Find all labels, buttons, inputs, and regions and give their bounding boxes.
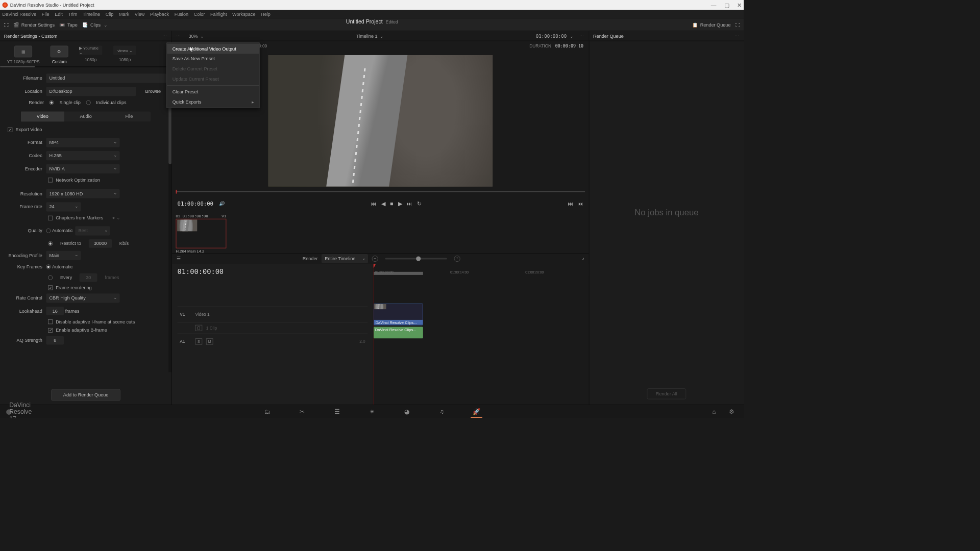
source-timecode[interactable]: 01:00:00:00	[536, 33, 567, 39]
lookahead-input[interactable]	[46, 307, 64, 315]
tape-tab[interactable]: 📼Tape	[59, 22, 78, 28]
page-color[interactable]: ◕	[401, 406, 413, 418]
audio-track-header[interactable]: A1SM 2.0	[178, 333, 368, 349]
kf-every-radio[interactable]	[48, 276, 53, 280]
timeline-name[interactable]: Timeline 1	[356, 33, 383, 39]
page-deliver[interactable]: 🚀	[471, 406, 482, 418]
menu-item[interactable]: Timeline	[83, 12, 100, 17]
location-input[interactable]	[46, 87, 136, 96]
video-track-header[interactable]: V1Video 1	[178, 306, 368, 322]
render-settings-tab[interactable]: 🎬Render Settings	[13, 22, 55, 28]
menu-item[interactable]: Playback	[150, 12, 169, 17]
video-track-sub[interactable]: ▢1 Clip	[178, 322, 368, 333]
zoom-out-button[interactable]: −	[372, 256, 378, 262]
menu-item[interactable]: Clip	[106, 12, 114, 17]
go-start-button[interactable]: ⏮	[371, 201, 377, 207]
video-clip[interactable]: DaVinci Resolve Clips...	[374, 304, 423, 325]
ctx-quick-exports[interactable]: Quick Exports▸	[167, 97, 259, 107]
individual-clips-radio[interactable]	[86, 101, 91, 105]
play-button[interactable]: ▶	[398, 201, 402, 207]
menu-item[interactable]: Mark	[119, 12, 129, 17]
timeline-view-icon[interactable]: ☰	[177, 256, 181, 262]
prev-clip-button[interactable]: ⏮	[578, 201, 583, 207]
network-opt-check[interactable]	[48, 178, 53, 182]
render-all-button[interactable]: Render All	[647, 388, 686, 399]
transport-timecode[interactable]: 01:00:00:00	[178, 201, 213, 207]
timeline-ruler[interactable]: 01:00:00:00 01:00:14:00 01:00:28:00 01:0…	[374, 264, 589, 276]
stop-button[interactable]: ■	[390, 201, 393, 207]
audio-waveform-icon[interactable]: ♪	[582, 256, 584, 262]
loop-button[interactable]: ↻	[417, 201, 422, 207]
render-queue-tab[interactable]: 📋Render Queue	[692, 22, 731, 28]
render-range-select[interactable]	[322, 254, 368, 263]
viewer-zoom[interactable]: 30%	[188, 33, 204, 39]
menu-item[interactable]: Help	[261, 12, 271, 17]
chapters-check[interactable]	[48, 216, 53, 220]
export-video-check[interactable]	[8, 128, 12, 132]
page-cut[interactable]: ✂	[297, 406, 308, 418]
viewer-options2-button[interactable]: ⋯	[579, 33, 585, 39]
kf-auto-radio[interactable]	[46, 264, 51, 269]
menu-item[interactable]: Fairlight	[210, 12, 227, 17]
preset-yt1080p60[interactable]: ▦YT 1080p 60FPS	[7, 46, 40, 64]
filename-input[interactable]	[46, 73, 166, 83]
menu-item[interactable]: File	[42, 12, 50, 17]
resolution-select[interactable]	[46, 189, 119, 198]
framerate-select[interactable]	[46, 202, 81, 211]
codec-select[interactable]	[46, 151, 119, 160]
page-edit[interactable]: ☰	[331, 406, 343, 418]
audio-clip[interactable]: DaVinci Resolve Clips...	[374, 327, 423, 338]
add-to-queue-button[interactable]: Add to Render Queue	[51, 389, 120, 401]
menu-item[interactable]: View	[135, 12, 145, 17]
ratecontrol-select[interactable]	[46, 293, 119, 303]
timeline-timecode[interactable]: 01:00:00:00	[178, 267, 368, 275]
tab-file[interactable]: File	[108, 112, 151, 122]
ctx-clear-preset[interactable]: Clear Preset	[167, 87, 259, 97]
enable-bframe-check[interactable]	[48, 328, 53, 333]
queue-options-button[interactable]: ⋯	[734, 33, 740, 39]
minimize-button[interactable]: —	[711, 2, 717, 8]
viewer-options-button[interactable]: ⋯	[176, 33, 182, 39]
volume-icon[interactable]: 🔊	[219, 201, 225, 207]
ctx-save-preset[interactable]: Save As New Preset	[167, 54, 259, 64]
close-button[interactable]: ✕	[737, 2, 742, 8]
go-end-button[interactable]: ⏭	[407, 201, 412, 207]
clips-tab[interactable]: 📑Clips	[82, 22, 108, 28]
menu-item[interactable]: Trim	[68, 12, 77, 17]
aq-input[interactable]	[46, 336, 64, 345]
tab-audio[interactable]: Audio	[64, 112, 108, 122]
panel-options-button[interactable]: ⋯	[162, 33, 168, 39]
expand-button[interactable]: ⛶	[4, 22, 9, 28]
maximize-button[interactable]: ▢	[724, 2, 729, 8]
page-media[interactable]: 🗂	[261, 406, 273, 418]
expand-right-button[interactable]: ⛶	[736, 22, 740, 28]
preset-custom[interactable]: ⚙Custom	[51, 46, 68, 64]
settings-button[interactable]: ⚙	[726, 406, 738, 418]
menu-item[interactable]: DaVinci Resolve	[3, 12, 37, 17]
browse-button[interactable]: Browse	[140, 87, 166, 96]
page-fairlight[interactable]: ♫	[436, 406, 448, 418]
home-button[interactable]: ⌂	[708, 406, 720, 418]
menu-item[interactable]: Color	[194, 12, 205, 17]
settings-scrollbar[interactable]	[168, 79, 172, 372]
quality-auto-radio[interactable]	[46, 229, 51, 233]
clip-thumbnail[interactable]: 0101:00:00:00V1 H.264 Main L4.2	[176, 213, 227, 251]
tab-video[interactable]: Video	[21, 112, 64, 122]
step-back-button[interactable]: ◀	[381, 201, 385, 207]
bitrate-input[interactable]	[89, 239, 112, 248]
next-clip-button[interactable]: ⏭	[568, 201, 574, 207]
encoder-select[interactable]	[46, 164, 119, 173]
single-clip-radio[interactable]	[50, 101, 54, 105]
zoom-in-button[interactable]: +	[454, 256, 460, 262]
ctx-create-additional[interactable]: Create Additional Video Output	[167, 44, 259, 54]
quality-restrict-radio[interactable]	[48, 241, 53, 246]
encprof-select[interactable]	[46, 251, 81, 260]
menu-item[interactable]: Workspace	[232, 12, 255, 17]
menu-item[interactable]: Edit	[55, 12, 63, 17]
frame-reorder-check[interactable]	[48, 285, 53, 290]
preset-youtube[interactable]: ▶ YouTube ⌄1080p	[79, 46, 103, 62]
page-fusion[interactable]: ✴	[366, 406, 378, 418]
preset-vimeo[interactable]: vimeo ⌄1080p	[113, 46, 137, 62]
format-select[interactable]	[46, 138, 119, 147]
disable-iframe-check[interactable]	[48, 319, 53, 324]
